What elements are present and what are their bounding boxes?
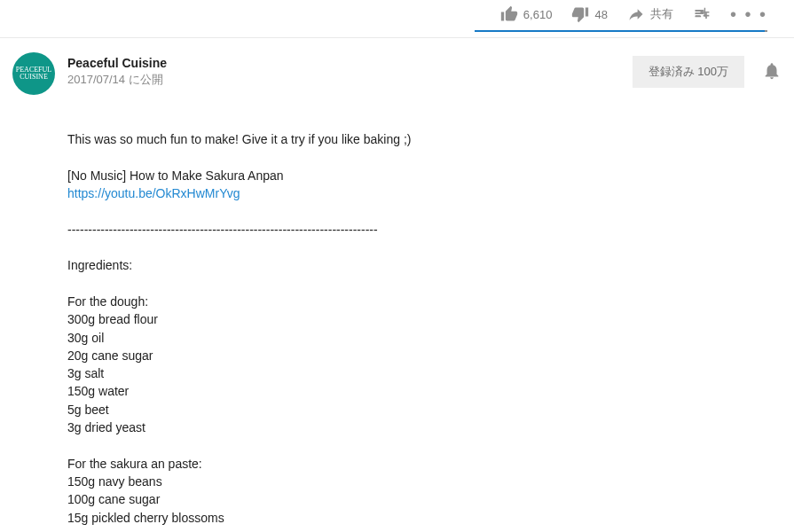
share-icon [627, 5, 645, 23]
channel-info: Peaceful Cuisine 2017/07/14 に公開 [67, 52, 633, 88]
add-to-button[interactable] [693, 5, 711, 23]
video-description: This was so much fun to make! Give it a … [0, 95, 794, 527]
thumbs-down-icon [571, 5, 589, 23]
notification-bell[interactable] [762, 61, 782, 83]
dough-header: For the dough: [67, 294, 148, 309]
ingredients-header: Ingredients: [67, 258, 132, 272]
desc-link[interactable]: https://youtu.be/OkRxHwMrYvg [67, 186, 240, 200]
publish-date: 2017/07/14 に公開 [67, 72, 633, 88]
dislike-count: 48 [594, 8, 607, 21]
more-icon: • • • [730, 4, 767, 24]
channel-row: PEACEFUL CUISINE Peaceful Cuisine 2017/0… [0, 52, 794, 95]
like-ratio-bar [475, 30, 765, 32]
bell-icon [762, 61, 782, 81]
share-label: 共有 [650, 6, 673, 22]
sentiment-bar [475, 30, 767, 32]
thumbs-up-icon [500, 5, 518, 23]
paste-lines: 150g navy beans 100g cane sugar 15g pick… [67, 474, 224, 525]
right-actions: 登録済み 100万 [633, 52, 782, 88]
share-button[interactable]: 共有 [627, 5, 673, 23]
subscribe-button[interactable]: 登録済み 100万 [633, 56, 744, 88]
desc-intro: This was so much fun to make! Give it a … [67, 132, 411, 146]
like-button[interactable]: 6,610 [500, 5, 553, 23]
like-count: 6,610 [523, 8, 553, 21]
dislike-button[interactable]: 48 [571, 5, 607, 23]
desc-alt-title: [No Music] How to Make Sakura Anpan [67, 168, 284, 183]
playlist-add-icon [693, 5, 711, 23]
dough-lines: 300g bread flour 30g oil 20g cane sugar … [67, 312, 158, 434]
divider [0, 37, 794, 38]
paste-header: For the sakura an paste: [67, 457, 202, 471]
desc-divider: ----------------------------------------… [67, 223, 378, 237]
more-actions-button[interactable]: • • • [730, 5, 767, 23]
channel-avatar[interactable]: PEACEFUL CUISINE [12, 52, 55, 95]
channel-name[interactable]: Peaceful Cuisine [67, 56, 633, 70]
action-bar: 6,610 48 共有 • • • [0, 0, 794, 30]
